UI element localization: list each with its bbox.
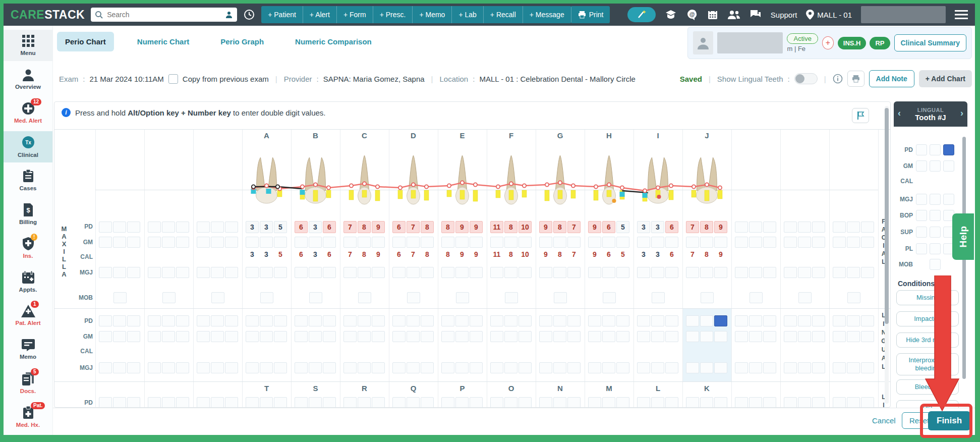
pd-value-cell[interactable]: 6 bbox=[295, 221, 308, 233]
input-cell[interactable] bbox=[176, 267, 189, 278]
input-cell[interactable] bbox=[916, 194, 927, 205]
input-cell[interactable] bbox=[407, 315, 420, 326]
input-cell[interactable] bbox=[798, 237, 811, 248]
input-cell[interactable] bbox=[274, 267, 287, 278]
input-cell[interactable] bbox=[616, 315, 629, 326]
input-cell[interactable] bbox=[441, 362, 454, 373]
input-cell[interactable] bbox=[763, 362, 776, 373]
input-cell[interactable] bbox=[539, 331, 552, 342]
input-cell[interactable] bbox=[225, 362, 238, 373]
input-cell[interactable] bbox=[407, 362, 420, 373]
input-cell[interactable] bbox=[930, 160, 941, 172]
input-cell[interactable] bbox=[127, 237, 140, 248]
input-cell[interactable] bbox=[274, 237, 287, 248]
input-cell[interactable] bbox=[518, 362, 532, 373]
input-cell[interactable] bbox=[225, 331, 238, 342]
input-cell[interactable] bbox=[847, 292, 860, 303]
input-cell[interactable] bbox=[665, 397, 678, 408]
input-cell[interactable] bbox=[295, 397, 308, 408]
input-cell[interactable] bbox=[735, 331, 748, 342]
input-cell[interactable] bbox=[504, 397, 517, 408]
calendar-icon[interactable] bbox=[707, 9, 718, 20]
input-cell[interactable] bbox=[651, 237, 664, 248]
pd-value-cell[interactable]: 6 bbox=[602, 221, 615, 233]
input-cell[interactable] bbox=[749, 315, 762, 326]
input-cell[interactable] bbox=[176, 397, 189, 408]
input-cell[interactable] bbox=[372, 267, 385, 278]
input-cell[interactable] bbox=[847, 222, 860, 233]
input-cell[interactable] bbox=[211, 222, 224, 233]
condition-button-hide-3rd-molar[interactable]: Hide 3rd molar bbox=[896, 333, 959, 348]
support-link[interactable]: Support bbox=[771, 11, 797, 19]
input-cell[interactable] bbox=[784, 331, 797, 342]
input-cell[interactable] bbox=[127, 331, 140, 342]
input-cell[interactable] bbox=[749, 222, 762, 233]
location-value[interactable]: MALL - 01 : Celebration Dental - Mallory… bbox=[479, 75, 636, 83]
input-cell[interactable] bbox=[714, 331, 727, 342]
pd-value-cell[interactable]: 9 bbox=[470, 221, 483, 233]
input-cell[interactable] bbox=[343, 331, 357, 342]
input-cell[interactable] bbox=[833, 315, 846, 326]
input-cell[interactable] bbox=[113, 237, 126, 248]
input-cell[interactable] bbox=[603, 292, 616, 303]
input-cell[interactable] bbox=[930, 227, 941, 238]
input-cell[interactable] bbox=[246, 237, 259, 248]
input-cell[interactable] bbox=[225, 315, 238, 326]
input-cell[interactable] bbox=[553, 237, 566, 248]
tab-numeric-chart[interactable]: Numeric Chart bbox=[129, 32, 197, 51]
input-cell[interactable] bbox=[441, 331, 454, 342]
pd-value-cell[interactable]: 6 bbox=[323, 221, 336, 233]
input-cell[interactable] bbox=[309, 267, 322, 278]
pd-value-cell[interactable]: 6 bbox=[392, 221, 406, 233]
messenger-at-icon[interactable]: @ bbox=[686, 9, 698, 21]
input-cell[interactable] bbox=[113, 222, 126, 233]
input-cell[interactable] bbox=[637, 237, 650, 248]
input-cell[interactable] bbox=[735, 315, 748, 326]
patient-search-icon[interactable] bbox=[225, 11, 233, 19]
tab-numeric-comparison[interactable]: Numeric Comparison bbox=[287, 32, 380, 51]
cancel-button[interactable]: Cancel bbox=[869, 416, 899, 425]
input-cell[interactable] bbox=[127, 315, 140, 326]
input-cell[interactable] bbox=[309, 292, 322, 303]
input-cell[interactable] bbox=[567, 315, 581, 326]
pd-value-cell[interactable]: 8 bbox=[700, 221, 713, 233]
input-cell[interactable] bbox=[358, 237, 371, 248]
input-cell[interactable] bbox=[616, 397, 629, 408]
input-cell[interactable] bbox=[99, 267, 112, 278]
input-cell[interactable] bbox=[197, 222, 210, 233]
input-cell[interactable] bbox=[211, 292, 224, 303]
input-cell[interactable] bbox=[455, 331, 469, 342]
input-cell[interactable] bbox=[749, 331, 762, 342]
input-cell[interactable] bbox=[763, 315, 776, 326]
input-cell[interactable] bbox=[260, 315, 273, 326]
input-cell[interactable] bbox=[763, 331, 776, 342]
input-cell[interactable] bbox=[113, 397, 126, 408]
input-cell[interactable] bbox=[441, 315, 454, 326]
input-cell[interactable] bbox=[470, 331, 483, 342]
input-cell[interactable] bbox=[602, 315, 615, 326]
location-selector[interactable]: MALL - 01 bbox=[806, 10, 852, 20]
input-cell[interactable] bbox=[211, 362, 224, 373]
input-cell[interactable] bbox=[148, 222, 161, 233]
pd-value-cell[interactable]: 9 bbox=[714, 221, 727, 233]
input-cell[interactable] bbox=[588, 397, 601, 408]
input-cell[interactable] bbox=[246, 362, 259, 373]
input-cell[interactable] bbox=[812, 222, 825, 233]
input-cell[interactable] bbox=[421, 362, 434, 373]
input-cell[interactable] bbox=[295, 315, 308, 326]
input-cell[interactable] bbox=[798, 267, 811, 278]
input-cell[interactable] bbox=[148, 331, 161, 342]
input-cell[interactable] bbox=[665, 331, 678, 342]
input-cell[interactable] bbox=[246, 267, 259, 278]
input-cell[interactable] bbox=[260, 237, 273, 248]
sidebar-item-med-alert[interactable]: 12Med. Alert bbox=[4, 97, 52, 129]
input-cell[interactable] bbox=[421, 331, 434, 342]
input-cell[interactable] bbox=[162, 331, 175, 342]
pd-value-cell[interactable]: 6 bbox=[665, 221, 678, 233]
quick-action-patient[interactable]: + Patient bbox=[261, 6, 303, 23]
quick-action-memo[interactable]: + Memo bbox=[413, 6, 452, 23]
input-cell[interactable] bbox=[225, 222, 238, 233]
input-cell[interactable] bbox=[343, 315, 357, 326]
input-cell[interactable] bbox=[323, 315, 336, 326]
input-cell[interactable] bbox=[735, 397, 748, 408]
